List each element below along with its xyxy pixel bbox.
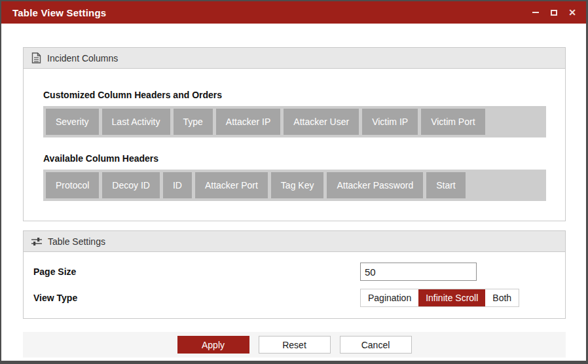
table-settings-header: Table Settings: [24, 231, 565, 252]
footer-bar: Apply Reset Cancel: [23, 332, 566, 357]
customized-column-chip[interactable]: Attacker IP: [216, 109, 280, 135]
table-settings-title: Table Settings: [48, 236, 105, 247]
table-settings-section: Table Settings Page Size View Type Pagin…: [23, 230, 566, 319]
available-column-chip[interactable]: Protocol: [46, 172, 99, 198]
available-columns-label: Available Column Headers: [43, 153, 546, 164]
apply-button[interactable]: Apply: [177, 336, 249, 354]
customized-column-chip[interactable]: Attacker User: [284, 109, 359, 135]
page-size-label: Page Size: [33, 266, 360, 277]
view-type-toggle-group: PaginationInfinite ScrollBoth: [360, 289, 519, 307]
minimize-button[interactable]: [530, 7, 542, 18]
incident-columns-header: Incident Columns: [24, 48, 565, 69]
dialog-body: Incident Columns Customized Column Heade…: [1, 24, 586, 361]
close-button[interactable]: ✕: [566, 7, 578, 18]
available-column-chip[interactable]: ID: [163, 172, 192, 198]
view-type-label: View Type: [33, 293, 360, 303]
available-column-chip[interactable]: Attacker Password: [327, 172, 423, 198]
minimize-icon: [532, 12, 539, 13]
page-size-row: Page Size: [33, 263, 546, 281]
reset-button[interactable]: Reset: [259, 336, 331, 354]
document-icon: [31, 52, 41, 64]
dialog-title: Table View Settings: [12, 7, 106, 18]
view-type-option[interactable]: Both: [485, 289, 519, 306]
window-controls: ✕: [530, 7, 578, 18]
sliders-icon: [31, 237, 42, 246]
maximize-button[interactable]: [548, 7, 560, 18]
view-type-row: View Type PaginationInfinite ScrollBoth: [33, 289, 546, 307]
available-column-chip[interactable]: Start: [426, 172, 466, 198]
available-columns-tray: ProtocolDecoy IDIDAttacker PortTag KeyAt…: [43, 170, 546, 201]
available-column-chip[interactable]: Tag Key: [271, 172, 324, 198]
view-type-option[interactable]: Pagination: [361, 289, 418, 306]
maximize-icon: [551, 10, 557, 16]
customized-column-chip[interactable]: Victim Port: [421, 109, 485, 135]
incident-columns-body: Customized Column Headers and Orders Sev…: [24, 69, 565, 221]
view-type-option[interactable]: Infinite Scroll: [418, 289, 485, 306]
incident-columns-title: Incident Columns: [47, 53, 118, 64]
cancel-button[interactable]: Cancel: [340, 336, 412, 354]
customized-column-chip[interactable]: Type: [174, 109, 213, 135]
incident-columns-section: Incident Columns Customized Column Heade…: [23, 47, 566, 221]
customized-columns-label: Customized Column Headers and Orders: [43, 90, 546, 100]
available-column-chip[interactable]: Decoy ID: [102, 172, 160, 198]
customized-column-chip[interactable]: Severity: [46, 109, 99, 135]
available-column-chip[interactable]: Attacker Port: [195, 172, 268, 198]
customized-column-chip[interactable]: Last Activity: [102, 109, 170, 135]
table-settings-body: Page Size View Type PaginationInfinite S…: [24, 252, 565, 318]
table-view-settings-dialog: Table View Settings ✕ Incident Columns: [0, 0, 588, 364]
customized-column-chip[interactable]: Victim IP: [362, 109, 418, 135]
close-icon: ✕: [568, 8, 576, 17]
customized-columns-tray: SeverityLast ActivityTypeAttacker IPAtta…: [43, 106, 546, 137]
page-size-input[interactable]: [360, 263, 477, 281]
titlebar: Table View Settings ✕: [1, 1, 586, 24]
